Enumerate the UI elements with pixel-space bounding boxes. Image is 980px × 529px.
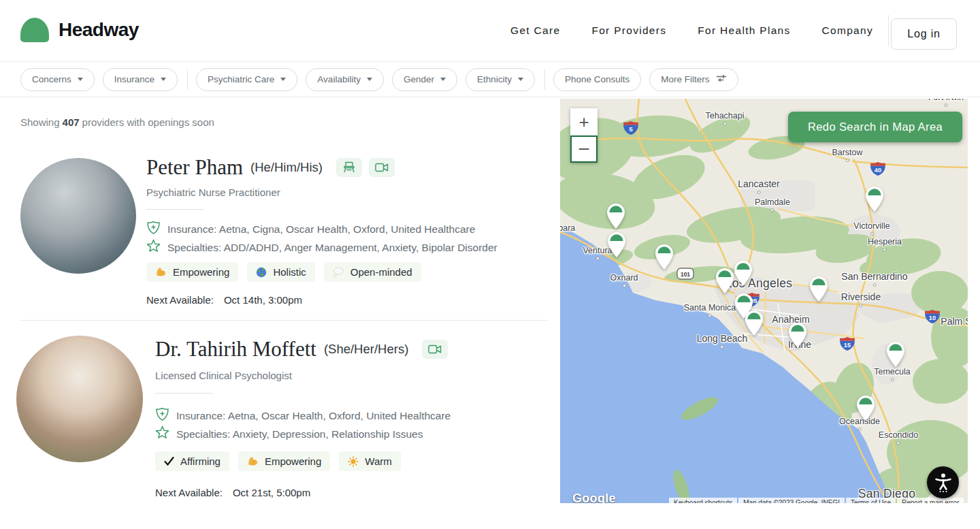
provider-map-pin[interactable] [885,342,906,371]
chevron-down-icon [280,78,286,81]
svg-text:101: 101 [681,271,690,278]
nav-get-care[interactable]: Get Care [510,25,560,37]
results-count: 407 [63,116,80,128]
insurance-text: Insurance: Aetna, Oscar Health, Oxford, … [176,410,451,422]
tag-label: Warm [365,455,391,467]
chevron-down-icon [440,78,446,81]
thought-balloon-icon [333,267,344,277]
provider-map-pin[interactable] [855,396,877,425]
map-zoom-controls: + − [570,108,598,163]
nav-divider [888,15,889,46]
star-icon [155,426,169,443]
map-city-label: Escondido [879,430,918,440]
town-dot [883,248,887,251]
accessibility-widget-button[interactable] [927,466,959,498]
filter-group-divider [544,69,545,90]
headway-logo[interactable]: Headway [20,18,139,42]
redo-search-button[interactable]: Redo Search in Map Area [788,112,962,142]
zoom-out-button[interactable]: − [570,135,598,163]
provider-map-pin[interactable] [654,244,675,274]
provider-name[interactable]: Peter Pham [146,155,243,180]
provider-map-pin[interactable] [864,187,885,216]
interstate-shield-icon: 15 [839,336,855,354]
provider-map-pin[interactable] [733,261,754,290]
chevron-down-icon [518,78,523,81]
filter-insurance-label: Insurance [114,74,154,84]
tag-label: Holistic [273,266,306,278]
shield-plus-icon [155,407,169,424]
headway-logo-icon [20,18,49,42]
town-dot [945,103,948,107]
specialties-text: Specialties: Anxiety, Depression, Relati… [176,428,423,440]
us-route-shield-icon: 101 [676,268,694,283]
next-available-value: Oct 14th, 3:00pm [224,294,302,306]
tag-label: Affirming [180,455,220,467]
map-panel[interactable]: Fort IrwinTehachapiBarstowLancasterPalmd… [560,99,968,503]
filter-psychiatric-care[interactable]: Psychiatric Care [196,68,297,91]
personality-tags: AffirmingEmpoweringWarm [155,451,401,471]
town-dot [872,283,876,287]
video-session-badge [369,158,395,177]
provider-photo[interactable] [20,158,136,274]
filter-insurance[interactable]: Insurance [103,68,178,91]
provider-photo[interactable] [16,336,143,462]
chevron-down-icon [161,78,166,81]
provider-map-pin[interactable] [744,310,765,340]
interstate-shield-icon: 40 [870,161,886,179]
town-dot [870,232,873,236]
tag-label: Empowering [265,455,321,467]
provider-map-pin[interactable] [606,232,627,261]
town-dot [771,208,774,212]
filter-more-filters[interactable]: More Filters [649,68,738,91]
personality-tag: Empowering [238,451,330,471]
card-divider [146,209,204,210]
provider-map-pin[interactable] [606,204,627,233]
nav-company[interactable]: Company [822,25,873,37]
personality-tag: Affirming [155,451,229,471]
personality-tags: EmpoweringHolisticOpen-minded [146,262,421,282]
accessibility-person-icon [934,472,952,493]
provider-map-pin[interactable] [787,323,808,352]
personality-tag: Open-minded [324,262,421,282]
map-city-label: Long Beach [697,333,748,344]
filter-bar: Concerns Insurance Psychiatric Care Avai… [0,62,980,97]
provider-title: Licensed Clinical Psychologist [155,370,292,381]
provider-title: Psychiatric Nurse Practitioner [146,187,280,198]
provider-pronouns: (She/Her/Hers) [324,342,408,357]
chevron-down-icon [78,78,83,81]
sun-icon [348,456,359,467]
nav-for-health-plans[interactable]: For Health Plans [698,25,790,37]
top-header: Headway Get Care For Providers For Healt… [0,0,980,62]
chevron-down-icon [367,78,372,81]
town-dot [723,122,727,125]
map-attribution-link[interactable]: Map data ©2023 Google, INEGI [738,498,845,503]
map-attribution-link[interactable]: Keyboard shortcuts [669,498,737,503]
filter-gender[interactable]: Gender [392,68,457,91]
star-icon [146,239,161,256]
map-city-label: Lancaster [738,178,779,189]
map-city-label: Hesperia [868,237,902,246]
insurance-row: Insurance: Aetna, Oscar Health, Oxford, … [155,407,451,424]
flexed-bicep-icon [155,266,167,278]
filter-concerns[interactable]: Concerns [20,68,95,91]
map-city-label: San Bernardino [841,271,907,282]
provider-map-pin[interactable] [808,276,830,306]
town-dot [897,441,900,445]
google-logo[interactable]: Google [572,492,616,503]
filter-ethnicity[interactable]: Ethnicity [466,68,535,91]
filter-availability[interactable]: Availability [306,68,384,91]
map-city-label: Oxnard [610,273,638,283]
zoom-in-button[interactable]: + [570,108,598,135]
login-button[interactable]: Log in [891,18,957,50]
specialties-row: Specialties: ADD/ADHD, Anger Management,… [146,239,497,256]
video-camera-icon [428,344,442,354]
filter-psychiatric-care-label: Psychiatric Care [208,74,274,84]
personality-tag: Empowering [146,262,238,282]
filter-phone-consults[interactable]: Phone Consults [553,68,641,91]
map-attribution-link[interactable]: Report a map error [897,498,964,503]
map-attribution-link[interactable]: Terms of Use [846,498,896,503]
nav-for-providers[interactable]: For Providers [591,25,666,37]
map-city-label: Santa Barbara [560,223,575,233]
provider-name[interactable]: Dr. Tahirih Moffett [155,337,316,362]
town-dot [846,159,849,162]
